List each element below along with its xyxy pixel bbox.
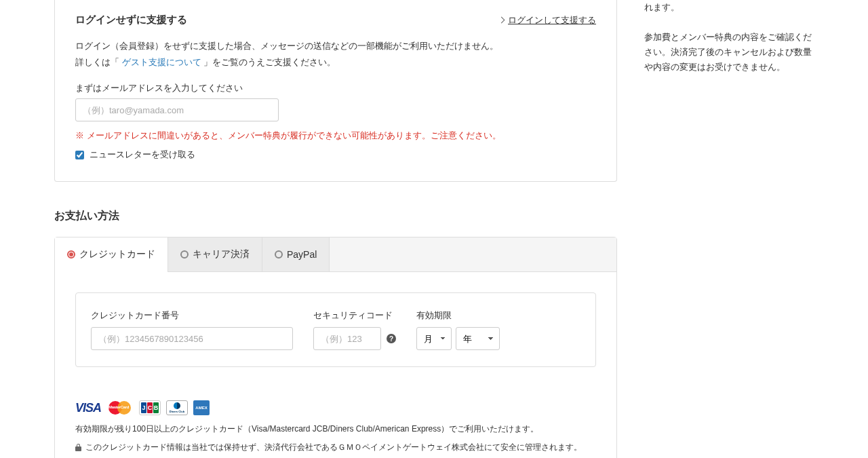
security-code-input[interactable] [313, 327, 381, 350]
radio-selected-icon [67, 250, 75, 259]
side-column: れます。 参加費とメンバー特典の内容をご確認ください。決済完了後のキャンセルおよ… [644, 0, 814, 458]
email-input[interactable] [75, 98, 279, 121]
mastercard-logo: MasterCard [106, 400, 134, 416]
card-number-label: クレジットカード番号 [91, 309, 293, 322]
expiry-month-select[interactable]: 月 [416, 327, 452, 350]
card-security-note: このクレジットカード情報は当社では保持せず、決済代行会社であるＧＭＯペイメントゲ… [55, 441, 616, 458]
jcb-logo: JCB [139, 400, 161, 415]
tab-carrier[interactable]: キャリア決済 [168, 237, 262, 271]
card-note: 有効期限が残り100日以上のクレジットカード（Visa/Mastercard J… [55, 423, 616, 441]
newsletter-checkbox[interactable] [75, 151, 84, 159]
guest-login-section: ログインせずに支援する ログインして支援する ログイン（会員登録）をせずに支援し… [54, 0, 617, 182]
tab-credit-card[interactable]: クレジットカード [55, 237, 168, 271]
login-to-support-link[interactable]: ログインして支援する [499, 14, 596, 26]
card-form: クレジットカード番号 セキュリティコード ? 有効期限 [75, 292, 596, 367]
side-text-confirm: 参加費とメンバー特典の内容をご確認ください。決済完了後のキャンセルおよび数量や内… [644, 30, 814, 75]
email-label: まずはメールアドレスを入力してください [75, 82, 596, 94]
visa-logo: VISA [75, 401, 101, 415]
payment-tabs: クレジットカード キャリア決済 PayPal [55, 237, 616, 272]
help-icon[interactable]: ? [387, 334, 396, 343]
payment-container: クレジットカード キャリア決済 PayPal クレジットカード番号 [54, 237, 617, 458]
guest-login-desc-1: ログイン（会員登録）をせずに支援した場合、メッセージの送信などの一部機能がご利用… [75, 39, 596, 54]
guest-login-desc-2: 詳しくは「 ゲスト支援について 」をご覧のうえご支援ください。 [75, 55, 596, 70]
security-code-label: セキュリティコード [313, 309, 396, 322]
side-text-fragment: れます。 [644, 0, 814, 15]
card-number-input[interactable] [91, 327, 293, 350]
email-warning: ※ メールアドレスに間違いがあると、メンバー特典が履行ができない可能性があります… [75, 130, 596, 142]
newsletter-row[interactable]: ニュースレターを受け取る [75, 149, 596, 161]
expiry-label: 有効期限 [416, 309, 500, 322]
card-logos: VISA MasterCard JCB Diners Club AMEX [55, 387, 616, 423]
amex-logo: AMEX [193, 400, 210, 415]
radio-icon [180, 250, 189, 259]
newsletter-label: ニュースレターを受け取る [90, 149, 195, 161]
diners-logo: Diners Club [166, 400, 188, 415]
tab-paypal[interactable]: PayPal [262, 237, 330, 271]
guest-support-link[interactable]: ゲスト支援について [122, 57, 201, 67]
guest-login-title: ログインせずに支援する [75, 14, 187, 26]
lock-icon [75, 444, 81, 451]
payment-method-title: お支払い方法 [54, 209, 617, 223]
radio-icon [275, 250, 283, 259]
expiry-year-select[interactable]: 年 [456, 327, 500, 350]
